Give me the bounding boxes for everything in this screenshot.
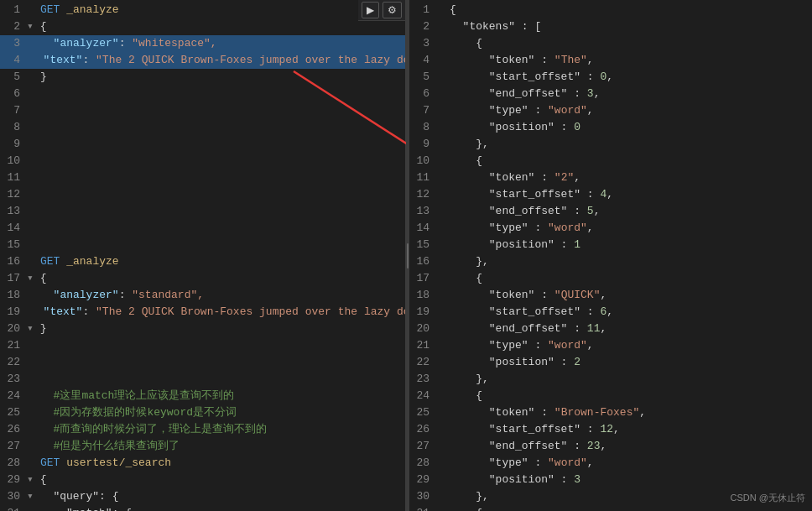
line-number-14: 14 [0, 220, 27, 237]
line-number-20: 20 [409, 321, 436, 337]
code-line-4: 4 "token" : "The", [409, 52, 812, 69]
line-content-19: "text": "The 2 QUICK Brown-Foxes jumped … [27, 304, 405, 321]
left-toolbar: ▶ ⚙ [358, 0, 405, 21]
code-line-13: 13 [0, 203, 405, 220]
line-content-6 [37, 86, 405, 102]
line-content-21 [37, 337, 405, 354]
line-number-13: 13 [409, 203, 436, 220]
line-content-12 [37, 186, 405, 203]
code-line-16: 16 }, [409, 253, 812, 270]
line-number-6: 6 [0, 86, 27, 102]
line-content-9: }, [446, 136, 812, 153]
code-line-10: 10 { [409, 153, 812, 169]
run-button[interactable]: ▶ [362, 2, 379, 18]
line-content-9 [37, 136, 405, 153]
left-code-area[interactable]: 1GET _analyze2▾{3 "analyzer": "whitespac… [0, 0, 405, 511]
line-number-7: 7 [409, 102, 436, 119]
code-line-11: 11 [0, 169, 405, 186]
code-line-9: 9 [0, 136, 405, 153]
line-content-4: "text": "The 2 QUICK Brown-Foxes jumped … [27, 52, 405, 69]
line-number-16: 16 [0, 253, 27, 270]
line-content-26: #而查询的时候分词了，理论上是查询不到的 [37, 421, 405, 438]
left-panel-wrapper: ▶ ⚙ 1GET _analyze2▾{3 "analyzer": "white… [0, 0, 406, 511]
line-number-15: 15 [0, 237, 27, 253]
line-number-29: 29 [0, 472, 27, 488]
code-line-5: 5 "start_offset" : 0, [409, 69, 812, 86]
code-line-15: 15 [0, 237, 405, 253]
code-line-12: 12 [0, 186, 405, 203]
code-line-26: 26 "start_offset" : 12, [409, 421, 812, 438]
line-number-6: 6 [409, 86, 436, 102]
line-content-7: "type" : "word", [446, 102, 812, 119]
code-line-17: 17 { [409, 270, 812, 287]
line-content-2: "tokens" : [ [446, 18, 812, 35]
line-number-23: 23 [409, 371, 436, 388]
code-line-27: 27 "end_offset" : 23, [409, 438, 812, 455]
line-number-30: 30 [0, 488, 27, 505]
line-content-28: "type" : "word", [446, 455, 812, 472]
line-content-5: } [37, 69, 405, 86]
line-number-23: 23 [0, 371, 27, 388]
line-content-17: { [446, 270, 812, 287]
fold-indicator-30[interactable]: ▾ [27, 488, 34, 505]
line-number-19: 19 [409, 304, 436, 321]
line-content-16: }, [446, 253, 812, 270]
line-number-22: 22 [0, 354, 27, 371]
code-line-13: 13 "end_offset" : 5, [409, 203, 812, 220]
line-number-27: 27 [0, 438, 27, 455]
code-line-18: 18 "token" : "QUICK", [409, 287, 812, 304]
line-number-8: 8 [409, 119, 436, 136]
code-line-23: 23 }, [409, 371, 812, 388]
line-content-3: "analyzer": "whitespace", [37, 35, 405, 52]
settings-button[interactable]: ⚙ [383, 2, 402, 18]
line-number-25: 25 [409, 404, 436, 421]
line-content-12: "start_offset" : 4, [446, 186, 812, 203]
code-line-5: 5} [0, 69, 405, 86]
code-line-18: 18 "analyzer": "standard", [0, 287, 405, 304]
fold-indicator-20[interactable]: ▾ [27, 321, 34, 337]
code-line-10: 10 [0, 153, 405, 169]
line-number-15: 15 [409, 237, 436, 253]
fold-indicator-31[interactable]: ▾ [27, 505, 34, 511]
line-content-15: "position" : 1 [446, 237, 812, 253]
right-code-area[interactable]: 1{2 "tokens" : [3 {4 "token" : "The",5 "… [409, 0, 812, 511]
line-content-11: "token" : "2", [446, 169, 812, 186]
line-content-6: "end_offset" : 3, [446, 86, 812, 102]
code-line-24: 24 #这里match理论上应该是查询不到的 [0, 388, 405, 404]
line-number-2: 2 [0, 18, 27, 35]
line-number-22: 22 [409, 354, 436, 371]
line-number-31: 31 [0, 505, 27, 511]
code-line-20: 20 "end_offset" : 11, [409, 321, 812, 337]
line-content-11 [37, 169, 405, 186]
line-content-22: "position" : 2 [446, 354, 812, 371]
watermark: CSDN @无休止符 [731, 492, 805, 504]
fold-indicator-29[interactable]: ▾ [27, 472, 34, 488]
line-content-7 [37, 102, 405, 119]
code-line-6: 6 "end_offset" : 3, [409, 86, 812, 102]
line-number-30: 30 [409, 488, 436, 505]
code-line-9: 9 }, [409, 136, 812, 153]
line-content-10: { [446, 153, 812, 169]
line-number-26: 26 [409, 421, 436, 438]
line-content-17: { [37, 270, 405, 287]
line-number-10: 10 [409, 153, 436, 169]
divider-handle [407, 243, 409, 269]
line-number-4: 4 [0, 52, 27, 69]
code-line-31: 31 { [409, 505, 812, 511]
line-content-3: { [446, 35, 812, 52]
code-line-24: 24 { [409, 388, 812, 404]
line-number-12: 12 [409, 186, 436, 203]
line-number-18: 18 [409, 287, 436, 304]
code-line-14: 14 "type" : "word", [409, 220, 812, 237]
fold-indicator-17[interactable]: ▾ [27, 270, 34, 287]
line-number-16: 16 [409, 253, 436, 270]
line-number-19: 19 [0, 304, 27, 321]
line-content-14: "type" : "word", [446, 220, 812, 237]
line-content-18: "token" : "QUICK", [446, 287, 812, 304]
line-number-17: 17 [0, 270, 27, 287]
line-number-21: 21 [0, 337, 27, 354]
line-content-8 [37, 119, 405, 136]
line-number-5: 5 [0, 69, 27, 86]
fold-indicator-2[interactable]: ▾ [27, 18, 34, 35]
line-content-28: GET usertest/_search [37, 455, 405, 472]
